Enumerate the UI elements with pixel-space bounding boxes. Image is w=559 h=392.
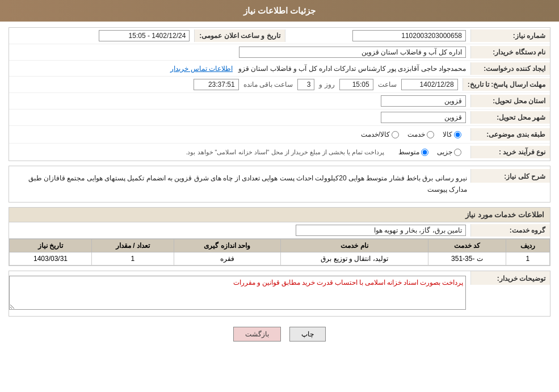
buyer-desc-row: توضیحات خریدار:: [9, 271, 550, 316]
creator-value: محمدجواد حاجی آقابزدی پور کارشناس تدارکا…: [9, 62, 470, 75]
province-box: قزوین: [381, 95, 466, 107]
date-announce-value: 1402/12/24 - 15:05: [9, 28, 194, 44]
deadline-date-box: 1402/12/28: [401, 79, 458, 90]
province-label: استان محل تحویل:: [470, 95, 550, 107]
category-radio-group: کالا خدمت کالا/خدمت: [14, 128, 466, 141]
deadline-remain-box: 23:37:51: [194, 79, 239, 90]
deadline-label: مهلت ارسال پاسخ: تا تاریخ:: [463, 78, 550, 91]
category-row: طبقه بندی موضوعی: کالا خدمت: [9, 126, 550, 144]
deadline-row: مهلت ارسال پاسخ: تا تاریخ: 1402/12/28 سا…: [9, 77, 550, 93]
creator-row: ایجاد کننده درخواست: محمدجواد حاجی آقابز…: [9, 61, 550, 77]
main-info-section: شماره نیاز: 1102003203000658 تاریخ و ساع…: [9, 27, 550, 161]
purchase-type-radio-group: جزیی متوسط پرداخت تمام یا بخشی از مبلغ خ…: [14, 146, 466, 158]
service-group-label: گروه خدمت:: [470, 224, 550, 237]
purchase-type-label-jozi: جزیی: [437, 148, 452, 156]
creator-contact-link[interactable]: اطلاعات تماس خریدار: [170, 65, 233, 73]
category-option-kala[interactable]: کالا: [443, 130, 461, 138]
deadline-time-box: 15:05: [339, 79, 373, 90]
col-code: کد خدمت: [428, 239, 506, 252]
page-header: جزئیات اطلاعات نیاز: [0, 0, 559, 22]
buyer-org-value: اداره کل آب و فاضلاب استان قزوین: [9, 44, 470, 60]
cell-code: ت -35-351: [428, 252, 506, 265]
general-desc-row: شرح کلی نیاز: نیرو رسانی برق باخط فشار م…: [9, 166, 550, 202]
buyer-org-box: اداره کل آب و فاضلاب استان قزوین: [239, 47, 466, 58]
category-label-both: کالا/خدمت: [361, 130, 390, 138]
print-button[interactable]: چاپ: [289, 327, 326, 342]
category-option-both[interactable]: کالا/خدمت: [361, 130, 399, 138]
col-unit: واحد اندازه گیری: [174, 239, 280, 252]
purchase-type-jozi[interactable]: جزیی: [437, 148, 461, 156]
deadline-time-label: ساعت: [378, 81, 397, 88]
deadline-days-label: روز و: [319, 81, 334, 88]
category-label: طبقه بندی موضوعی:: [470, 128, 550, 141]
city-row: شهر محل تحویل: قزوین: [9, 109, 550, 126]
purchase-type-value: جزیی متوسط پرداخت تمام یا بخشی از مبلغ خ…: [9, 144, 470, 161]
deadline-values: 1402/12/28 ساعت 15:05 روز و 3 ساعت باقی …: [9, 77, 463, 92]
date-announce-box: 1402/12/24 - 15:05: [99, 30, 190, 41]
category-label-khedmat: خدمت: [407, 130, 425, 138]
need-number-label: شماره نیاز:: [470, 29, 550, 42]
buyer-description-section: توضیحات خریدار:: [9, 271, 550, 317]
deadline-remain-label: ساعت باقی مانده: [243, 81, 293, 88]
province-value: قزوین: [9, 93, 470, 109]
category-value: کالا خدمت کالا/خدمت: [9, 126, 470, 143]
city-box: قزوین: [381, 112, 466, 123]
page-title: جزئیات اطلاعات نیاز: [243, 6, 316, 15]
services-title: اطلاعات خدمات مورد نیاز: [9, 208, 550, 222]
category-radio-kala[interactable]: [454, 131, 461, 138]
service-group-row: گروه خدمت: تامین برق، گاز، بخار و تهویه …: [9, 222, 550, 239]
back-button[interactable]: بازگشت: [233, 327, 281, 342]
col-date: تاریخ نیاز: [10, 239, 92, 252]
general-desc-value: نیرو رسانی برق باخط فشار متوسط هوایی 20ک…: [9, 169, 470, 199]
buyer-desc-textarea[interactable]: [9, 276, 466, 310]
need-number-row: شماره نیاز: 1102003203000658 تاریخ و ساع…: [9, 28, 550, 44]
purchase-type-row: نوع فرآیند خرید : جزیی متوسط پرداخت تمام…: [9, 144, 550, 161]
buyer-org-row: نام دستگاه خریدار: اداره کل آب و فاضلاب …: [9, 44, 550, 61]
buyer-desc-label: توضیحات خریدار:: [470, 271, 550, 285]
general-description-section: شرح کلی نیاز: نیرو رسانی برق باخط فشار م…: [9, 166, 550, 203]
city-label: شهر محل تحویل:: [470, 111, 550, 124]
need-number-box: 1102003203000658: [352, 30, 466, 41]
table-row: 1ت -35-351تولید، انتقال و توزیع برقفقره1…: [10, 252, 550, 265]
col-name: نام خدمت: [280, 239, 428, 252]
purchase-type-radio-jozi[interactable]: [454, 149, 461, 156]
category-radio-khedmat[interactable]: [427, 131, 434, 138]
purchase-type-label-motavaset: متوسط: [398, 148, 419, 156]
general-desc-text: نیرو رسانی برق باخط فشار متوسط هوایی 20ک…: [28, 174, 467, 193]
col-row: ردیف: [506, 239, 549, 252]
cell-unit: فقره: [174, 252, 280, 265]
purchase-type-motavaset[interactable]: متوسط: [398, 148, 428, 156]
category-label-kala: کالا: [443, 130, 452, 138]
creator-label: ایجاد کننده درخواست:: [470, 62, 550, 75]
col-qty: تعداد / مقدار: [92, 239, 174, 252]
buyer-org-label: نام دستگاه خریدار:: [470, 46, 550, 58]
category-option-khedmat[interactable]: خدمت: [407, 130, 434, 138]
deadline-days-box: 3: [297, 79, 314, 90]
creator-name: محمدجواد حاجی آقابزدی پور کارشناس تدارکا…: [238, 65, 466, 73]
purchase-type-label: نوع فرآیند خرید :: [470, 146, 550, 158]
services-section: اطلاعات خدمات مورد نیاز گروه خدمت: تامین…: [9, 207, 550, 266]
cell-quantity: 1: [92, 252, 174, 265]
service-group-box: تامین برق، گاز، بخار و تهویه هوا: [296, 225, 466, 236]
need-number-value: 1102003203000658: [285, 28, 470, 44]
category-radio-both[interactable]: [392, 131, 399, 138]
service-group-value: تامین برق، گاز، بخار و تهویه هوا: [9, 222, 470, 238]
button-row: چاپ بازگشت: [9, 321, 550, 347]
services-table: ردیف کد خدمت نام خدمت واحد اندازه گیری ت…: [9, 239, 550, 265]
cell-date: 1403/03/31: [10, 252, 92, 265]
cell-name: تولید، انتقال و توزیع برق: [280, 252, 428, 265]
date-announce-label: تاریخ و ساعت اعلان عمومی:: [194, 29, 285, 42]
general-desc-label: شرح کلی نیاز:: [470, 169, 550, 183]
purchase-type-radio-motavaset[interactable]: [421, 149, 428, 156]
city-value: قزوین: [9, 109, 470, 125]
province-row: استان محل تحویل: قزوین: [9, 93, 550, 109]
purchase-type-note: پرداخت تمام یا بخشی از مبلغ خریدار از مح…: [186, 149, 384, 156]
cell-row: 1: [506, 252, 549, 265]
buyer-desc-value: [9, 271, 470, 316]
